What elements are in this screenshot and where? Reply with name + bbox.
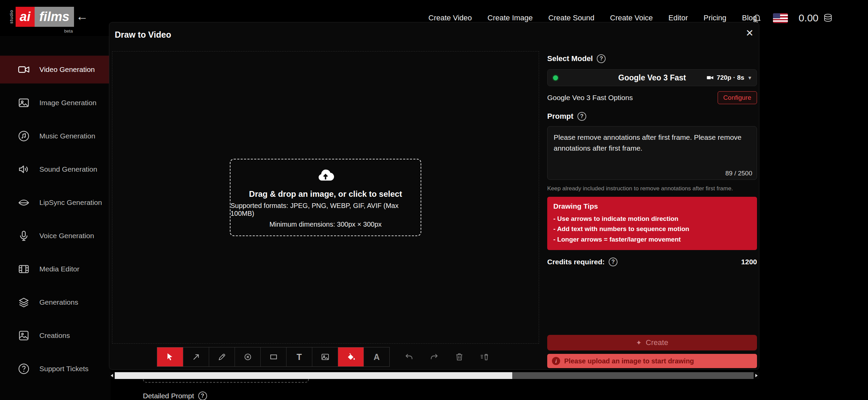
sidebar-item-label: Media Editor [39, 265, 79, 273]
question-circle-icon [18, 363, 30, 375]
microphone-icon [18, 230, 30, 242]
font-color-icon: A [373, 352, 380, 362]
sidebar-item-voice-generation[interactable]: Voice Generation [0, 222, 111, 250]
sidebar-item-support-tickets[interactable]: Support Tickets [0, 355, 111, 383]
drawing-tip: - Use arrows to indicate motion directio… [553, 214, 751, 224]
sidebar-item-generations[interactable]: Generations [0, 288, 111, 316]
app-logo[interactable]: studio ai films beta [9, 7, 74, 27]
sidebar-item-label: Generations [39, 298, 78, 306]
nav-editor[interactable]: Editor [668, 14, 688, 22]
history-controls [401, 349, 492, 365]
rectangle-tool-button[interactable] [260, 347, 286, 366]
text-tool-button[interactable]: T [286, 347, 312, 366]
chevron-down-icon: ▾ [748, 74, 751, 81]
balance-amount: 0.00 [799, 12, 818, 24]
horizontal-scrollbar[interactable] [109, 372, 759, 379]
scrollbar-thumb[interactable] [115, 372, 512, 379]
redo-button[interactable] [426, 349, 442, 365]
select-tool-button[interactable] [157, 347, 183, 366]
ellipse-remove-tool-button[interactable] [235, 347, 260, 366]
credit-balance[interactable]: 0.00 [799, 12, 833, 24]
sidebar-item-label: Support Tickets [39, 365, 89, 373]
delete-button[interactable] [451, 349, 467, 365]
drawing-tip: - Add text with numbers to sequence moti… [553, 224, 751, 234]
modal-title: Draw to Video [115, 30, 171, 40]
sidebar-item-label: LipSync Generation [39, 198, 102, 207]
nav-create-video[interactable]: Create Video [428, 14, 472, 22]
sidebar-item-video-generation[interactable]: Video Generation [0, 56, 111, 83]
right-triangle-icon [755, 374, 758, 377]
undo-button[interactable] [401, 349, 417, 365]
model-status-dot [553, 75, 558, 80]
lips-icon [18, 196, 30, 209]
layers-icon [18, 296, 30, 308]
sidebar-item-lipsync-generation[interactable]: LipSync Generation [0, 189, 111, 216]
logo-beta-tag: beta [64, 28, 73, 34]
notifications-bell-icon[interactable] [752, 13, 762, 23]
image-tool-icon [321, 353, 330, 361]
draw-tool-button[interactable] [209, 347, 235, 366]
back-arrow-icon[interactable]: ← [76, 10, 88, 22]
help-icon[interactable]: ? [609, 258, 617, 266]
upload-alert-text: Please upload an image to start drawing [564, 357, 694, 365]
sidebar-item-media-editor[interactable]: Media Editor [0, 255, 111, 283]
credits-value: 1200 [741, 258, 757, 266]
scrollbar-track[interactable] [115, 372, 754, 379]
clear-all-button[interactable] [477, 349, 492, 365]
language-flag-icon[interactable] [773, 13, 788, 23]
pen-icon [218, 353, 226, 361]
cloud-upload-icon [314, 167, 337, 185]
logo-primary-text: ai [16, 7, 35, 27]
framed-image-icon [18, 329, 30, 342]
nav-create-sound[interactable]: Create Sound [548, 14, 594, 22]
sidebar-item-label: Music Generation [39, 132, 95, 140]
help-icon[interactable]: ? [577, 112, 586, 121]
tool-group: T A [157, 347, 390, 367]
sidebar-item-music-generation[interactable]: Music Generation [0, 122, 111, 150]
drawing-tips-title: Drawing Tips [553, 202, 751, 210]
sidebar-item-label: Sound Generation [39, 165, 97, 173]
nav-create-voice[interactable]: Create Voice [610, 14, 653, 22]
credits-required-label: Credits required: [547, 258, 605, 266]
speaker-icon [18, 163, 30, 175]
font-color-tool-button[interactable]: A [364, 347, 389, 366]
scroll-right-arrow[interactable] [754, 372, 759, 379]
sidebar-item-label: Image Generation [39, 99, 96, 107]
image-icon [18, 97, 30, 109]
close-icon[interactable]: ✕ [746, 28, 754, 38]
left-triangle-icon [111, 374, 113, 377]
sidebar-item-sound-generation[interactable]: Sound Generation [0, 155, 111, 183]
sparkle-icon: ✦ [636, 339, 642, 347]
arrow-tool-button[interactable] [183, 347, 209, 366]
sidebar-item-creations[interactable]: Creations [0, 322, 111, 349]
sidebar-item-label: Creations [39, 331, 70, 340]
text-tool-icon: T [297, 352, 302, 362]
image-tool-button[interactable] [312, 347, 338, 366]
nav-create-image[interactable]: Create Image [487, 14, 533, 22]
drawing-canvas[interactable]: Drag & drop an image, or click to select… [112, 51, 539, 344]
circle-x-icon [243, 353, 252, 361]
help-icon[interactable]: ? [198, 392, 207, 400]
nav-pricing[interactable]: Pricing [704, 14, 726, 22]
model-options-label: Google Veo 3 Fast Options [547, 94, 633, 102]
scroll-left-arrow[interactable] [109, 372, 115, 379]
sidebar-item-label: Video Generation [39, 65, 95, 74]
model-meta: 720p · 8s ▾ [706, 74, 751, 81]
configure-button[interactable]: Configure [718, 91, 757, 104]
coins-icon [823, 13, 833, 23]
logo-secondary-text: films beta [35, 7, 74, 27]
clear-all-icon [480, 352, 489, 362]
video-camera-icon [18, 63, 30, 76]
diagonal-arrow-icon [192, 353, 201, 361]
sidebar: Video Generation Image Generation Music … [0, 36, 111, 400]
create-button[interactable]: ✦ Create [547, 335, 757, 350]
model-select-dropdown[interactable]: Google Veo 3 Fast 720p · 8s ▾ [547, 69, 757, 86]
fill-color-tool-button[interactable] [338, 347, 364, 366]
image-dropzone[interactable]: Drag & drop an image, or click to select… [230, 159, 421, 236]
sidebar-item-image-generation[interactable]: Image Generation [0, 89, 111, 117]
settings-panel: Select Model ? Google Veo 3 Fast 720p · … [547, 54, 757, 266]
upload-required-alert: i Please upload an image to start drawin… [547, 354, 757, 368]
drawing-tip: - Longer arrows = faster/larger movement [553, 234, 751, 245]
help-icon[interactable]: ? [597, 54, 606, 63]
create-button-label: Create [646, 338, 668, 347]
